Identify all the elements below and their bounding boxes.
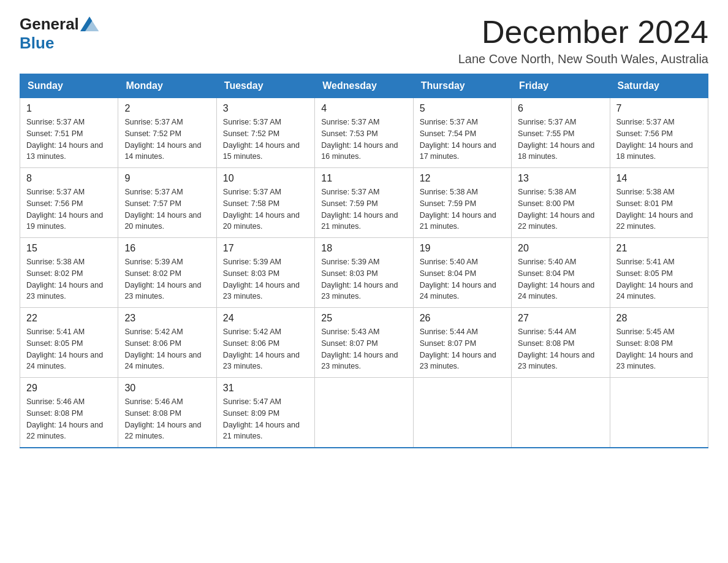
calendar-cell: 1 Sunrise: 5:37 AMSunset: 7:51 PMDayligh… xyxy=(20,98,118,168)
day-number: 29 xyxy=(26,383,112,394)
day-info: Sunrise: 5:37 AMSunset: 7:56 PMDaylight:… xyxy=(616,117,702,163)
week-row-1: 1 Sunrise: 5:37 AMSunset: 7:51 PMDayligh… xyxy=(20,98,708,168)
day-number: 31 xyxy=(223,383,308,394)
month-title: December 2024 xyxy=(458,15,708,50)
calendar-cell: 25 Sunrise: 5:43 AMSunset: 8:07 PMDaylig… xyxy=(315,308,413,378)
day-number: 17 xyxy=(223,243,308,254)
calendar-table: Sunday Monday Tuesday Wednesday Thursday… xyxy=(20,74,708,448)
day-info: Sunrise: 5:39 AMSunset: 8:02 PMDaylight:… xyxy=(124,256,210,302)
week-row-5: 29 Sunrise: 5:46 AMSunset: 8:08 PMDaylig… xyxy=(20,378,708,448)
day-number: 9 xyxy=(124,173,210,184)
calendar-cell: 27 Sunrise: 5:44 AMSunset: 8:08 PMDaylig… xyxy=(512,308,610,378)
day-info: Sunrise: 5:43 AMSunset: 8:07 PMDaylight:… xyxy=(321,326,406,372)
calendar-cell: 31 Sunrise: 5:47 AMSunset: 8:09 PMDaylig… xyxy=(216,378,314,448)
day-number: 13 xyxy=(518,173,603,184)
day-info: Sunrise: 5:37 AMSunset: 7:51 PMDaylight:… xyxy=(26,117,112,163)
calendar-cell: 2 Sunrise: 5:37 AMSunset: 7:52 PMDayligh… xyxy=(118,98,216,168)
calendar-cell: 29 Sunrise: 5:46 AMSunset: 8:08 PMDaylig… xyxy=(20,378,118,448)
day-info: Sunrise: 5:37 AMSunset: 7:54 PMDaylight:… xyxy=(420,117,505,163)
calendar-cell: 30 Sunrise: 5:46 AMSunset: 8:08 PMDaylig… xyxy=(118,378,216,448)
day-info: Sunrise: 5:41 AMSunset: 8:05 PMDaylight:… xyxy=(616,256,702,302)
day-number: 7 xyxy=(616,103,702,114)
logo-blue: Blue xyxy=(20,34,54,52)
day-number: 12 xyxy=(420,173,505,184)
day-info: Sunrise: 5:41 AMSunset: 8:05 PMDaylight:… xyxy=(26,326,112,372)
day-info: Sunrise: 5:45 AMSunset: 8:08 PMDaylight:… xyxy=(616,326,702,372)
calendar-cell: 24 Sunrise: 5:42 AMSunset: 8:06 PMDaylig… xyxy=(216,308,314,378)
day-number: 14 xyxy=(616,173,702,184)
col-thursday: Thursday xyxy=(413,74,511,98)
day-number: 19 xyxy=(420,243,505,254)
calendar-cell: 14 Sunrise: 5:38 AMSunset: 8:01 PMDaylig… xyxy=(610,168,708,238)
day-number: 27 xyxy=(518,313,603,324)
day-number: 4 xyxy=(321,103,406,114)
calendar-cell: 4 Sunrise: 5:37 AMSunset: 7:53 PMDayligh… xyxy=(315,98,413,168)
calendar-cell: 22 Sunrise: 5:41 AMSunset: 8:05 PMDaylig… xyxy=(20,308,118,378)
day-info: Sunrise: 5:37 AMSunset: 7:52 PMDaylight:… xyxy=(223,117,308,163)
logo-triangle-icon xyxy=(80,17,99,31)
page-header: General Blue December 2024 Lane Cove Nor… xyxy=(20,15,708,66)
day-info: Sunrise: 5:37 AMSunset: 7:53 PMDaylight:… xyxy=(321,117,406,163)
calendar-cell: 11 Sunrise: 5:37 AMSunset: 7:59 PMDaylig… xyxy=(315,168,413,238)
day-number: 18 xyxy=(321,243,406,254)
day-info: Sunrise: 5:37 AMSunset: 7:56 PMDaylight:… xyxy=(26,186,112,232)
day-number: 6 xyxy=(518,103,603,114)
calendar-cell: 23 Sunrise: 5:42 AMSunset: 8:06 PMDaylig… xyxy=(118,308,216,378)
calendar-cell: 8 Sunrise: 5:37 AMSunset: 7:56 PMDayligh… xyxy=(20,168,118,238)
location-subtitle: Lane Cove North, New South Wales, Austra… xyxy=(458,52,708,66)
day-number: 28 xyxy=(616,313,702,324)
day-info: Sunrise: 5:39 AMSunset: 8:03 PMDaylight:… xyxy=(321,256,406,302)
day-info: Sunrise: 5:44 AMSunset: 8:07 PMDaylight:… xyxy=(420,326,505,372)
calendar-cell xyxy=(315,378,413,448)
day-number: 11 xyxy=(321,173,406,184)
calendar-cell: 19 Sunrise: 5:40 AMSunset: 8:04 PMDaylig… xyxy=(413,238,511,308)
day-info: Sunrise: 5:37 AMSunset: 7:55 PMDaylight:… xyxy=(518,117,603,163)
calendar-cell xyxy=(413,378,511,448)
calendar-cell: 10 Sunrise: 5:37 AMSunset: 7:58 PMDaylig… xyxy=(216,168,314,238)
day-info: Sunrise: 5:46 AMSunset: 8:08 PMDaylight:… xyxy=(26,396,112,442)
day-number: 23 xyxy=(124,313,210,324)
calendar-cell: 3 Sunrise: 5:37 AMSunset: 7:52 PMDayligh… xyxy=(216,98,314,168)
day-number: 26 xyxy=(420,313,505,324)
day-number: 8 xyxy=(26,173,112,184)
calendar-cell: 12 Sunrise: 5:38 AMSunset: 7:59 PMDaylig… xyxy=(413,168,511,238)
calendar-cell: 28 Sunrise: 5:45 AMSunset: 8:08 PMDaylig… xyxy=(610,308,708,378)
calendar-cell: 13 Sunrise: 5:38 AMSunset: 8:00 PMDaylig… xyxy=(512,168,610,238)
day-number: 24 xyxy=(223,313,308,324)
col-monday: Monday xyxy=(118,74,216,98)
day-number: 15 xyxy=(26,243,112,254)
day-number: 3 xyxy=(223,103,308,114)
week-row-2: 8 Sunrise: 5:37 AMSunset: 7:56 PMDayligh… xyxy=(20,168,708,238)
day-number: 10 xyxy=(223,173,308,184)
day-info: Sunrise: 5:37 AMSunset: 7:57 PMDaylight:… xyxy=(124,186,210,232)
day-info: Sunrise: 5:38 AMSunset: 8:00 PMDaylight:… xyxy=(518,186,603,232)
day-info: Sunrise: 5:39 AMSunset: 8:03 PMDaylight:… xyxy=(223,256,308,302)
calendar-cell: 7 Sunrise: 5:37 AMSunset: 7:56 PMDayligh… xyxy=(610,98,708,168)
calendar-cell: 15 Sunrise: 5:38 AMSunset: 8:02 PMDaylig… xyxy=(20,238,118,308)
calendar-cell: 20 Sunrise: 5:40 AMSunset: 8:04 PMDaylig… xyxy=(512,238,610,308)
logo: General Blue xyxy=(20,15,99,53)
calendar-cell xyxy=(610,378,708,448)
day-number: 21 xyxy=(616,243,702,254)
col-wednesday: Wednesday xyxy=(315,74,413,98)
header-row: Sunday Monday Tuesday Wednesday Thursday… xyxy=(20,74,708,98)
calendar-cell: 17 Sunrise: 5:39 AMSunset: 8:03 PMDaylig… xyxy=(216,238,314,308)
calendar-cell: 6 Sunrise: 5:37 AMSunset: 7:55 PMDayligh… xyxy=(512,98,610,168)
col-friday: Friday xyxy=(512,74,610,98)
calendar-cell: 26 Sunrise: 5:44 AMSunset: 8:07 PMDaylig… xyxy=(413,308,511,378)
calendar-cell: 16 Sunrise: 5:39 AMSunset: 8:02 PMDaylig… xyxy=(118,238,216,308)
week-row-4: 22 Sunrise: 5:41 AMSunset: 8:05 PMDaylig… xyxy=(20,308,708,378)
day-info: Sunrise: 5:40 AMSunset: 8:04 PMDaylight:… xyxy=(420,256,505,302)
calendar-cell: 9 Sunrise: 5:37 AMSunset: 7:57 PMDayligh… xyxy=(118,168,216,238)
day-info: Sunrise: 5:44 AMSunset: 8:08 PMDaylight:… xyxy=(518,326,603,372)
day-info: Sunrise: 5:38 AMSunset: 8:01 PMDaylight:… xyxy=(616,186,702,232)
day-number: 5 xyxy=(420,103,505,114)
day-number: 2 xyxy=(124,103,210,114)
day-info: Sunrise: 5:40 AMSunset: 8:04 PMDaylight:… xyxy=(518,256,603,302)
day-info: Sunrise: 5:47 AMSunset: 8:09 PMDaylight:… xyxy=(223,396,308,442)
day-number: 20 xyxy=(518,243,603,254)
calendar-cell: 18 Sunrise: 5:39 AMSunset: 8:03 PMDaylig… xyxy=(315,238,413,308)
col-sunday: Sunday xyxy=(20,74,118,98)
title-area: December 2024 Lane Cove North, New South… xyxy=(458,15,708,66)
col-saturday: Saturday xyxy=(610,74,708,98)
